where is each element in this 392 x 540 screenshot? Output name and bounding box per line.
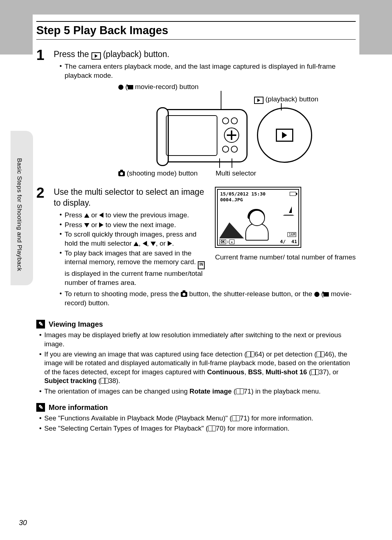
left-arrow-icon xyxy=(143,241,147,246)
step2-bullet-return: To return to shooting mode, press the bu… xyxy=(60,290,356,307)
page-ref-icon xyxy=(232,415,240,421)
step2-bullet-next: Press or to view the next image. xyxy=(60,221,208,230)
playback-icon xyxy=(254,97,264,104)
step2-heading: Use the multi selector to select an imag… xyxy=(54,187,208,209)
up-arrow-icon xyxy=(134,242,139,246)
step2-bullet-prev: Press or to view the previous image. xyxy=(60,211,208,220)
lcd-star-badge: ★ xyxy=(229,239,234,244)
page-number: 30 xyxy=(19,519,27,527)
lcd-image-size: 16M xyxy=(287,232,296,237)
step2-number: 2 xyxy=(36,185,44,201)
down-arrow-icon xyxy=(84,223,89,227)
viewing-bullet-2: If you are viewing an image that was cap… xyxy=(39,350,356,386)
page-ref-icon xyxy=(311,369,319,375)
step1-heading: Press the (playback) button. xyxy=(54,49,356,60)
viewing-images-heading: Viewing Images xyxy=(49,320,103,329)
record-dot-icon xyxy=(314,292,319,297)
page-ref-icon xyxy=(101,378,109,384)
step1-number: 1 xyxy=(36,47,44,63)
down-arrow-icon xyxy=(151,242,156,246)
step2-bullet-internal-memory: To play back images that are saved in th… xyxy=(60,249,208,287)
camera-icon xyxy=(181,292,187,297)
viewing-bullet-3: The orientation of images can be changed… xyxy=(39,387,356,396)
page-ref-icon xyxy=(236,388,244,394)
viewing-bullet-1: Images may be displayed briefly at low r… xyxy=(39,331,356,348)
movie-record-icon xyxy=(128,85,133,89)
step2-bullet-scroll: To scroll quickly through images, press … xyxy=(60,230,208,248)
lcd-caption: Current frame number/ total number of fr… xyxy=(215,253,356,262)
more-info-heading: More information xyxy=(49,403,108,412)
side-tab-label: Basic Steps for Shooting and Playback xyxy=(16,158,23,271)
camera-icon xyxy=(118,171,125,176)
more-bullet-2: See "Selecting Certain Types of Images f… xyxy=(39,424,356,433)
playback-icon xyxy=(91,52,101,60)
page-title: Step 5 Play Back Images xyxy=(36,24,168,37)
page-ref-icon xyxy=(246,351,254,357)
lcd-filename: 0004.JPG xyxy=(220,197,243,202)
lcd-frame-counter: 4/ 41 xyxy=(280,239,297,244)
camera-diagram: ( movie-record) button (playback) button xyxy=(79,83,356,181)
lcd-datetime: 15/05/2012 15:30 xyxy=(220,191,265,197)
right-arrow-icon xyxy=(168,241,172,246)
page-ref-icon xyxy=(317,351,324,357)
playback-button-closeup xyxy=(257,108,312,163)
page-ref-icon xyxy=(208,426,216,431)
battery-icon xyxy=(290,192,296,196)
lcd-ok-badge: OK xyxy=(219,239,226,244)
step1-bullet: The camera enters playback mode, and the… xyxy=(60,62,356,80)
pencil-note-icon: ✎ xyxy=(36,403,45,412)
record-dot-icon xyxy=(118,85,123,90)
camera-back-illustration xyxy=(159,109,248,162)
movie-record-icon xyxy=(323,292,329,297)
lcd-screenshot: 15/05/2012 15:30 0004.JPG xyxy=(215,187,301,248)
left-arrow-icon xyxy=(99,213,103,218)
more-bullet-1: See "Functions Available in Playback Mod… xyxy=(39,414,356,423)
pencil-note-icon: ✎ xyxy=(36,320,45,329)
internal-memory-icon: IN xyxy=(198,261,205,269)
up-arrow-icon xyxy=(84,213,89,218)
right-arrow-icon xyxy=(99,222,103,227)
